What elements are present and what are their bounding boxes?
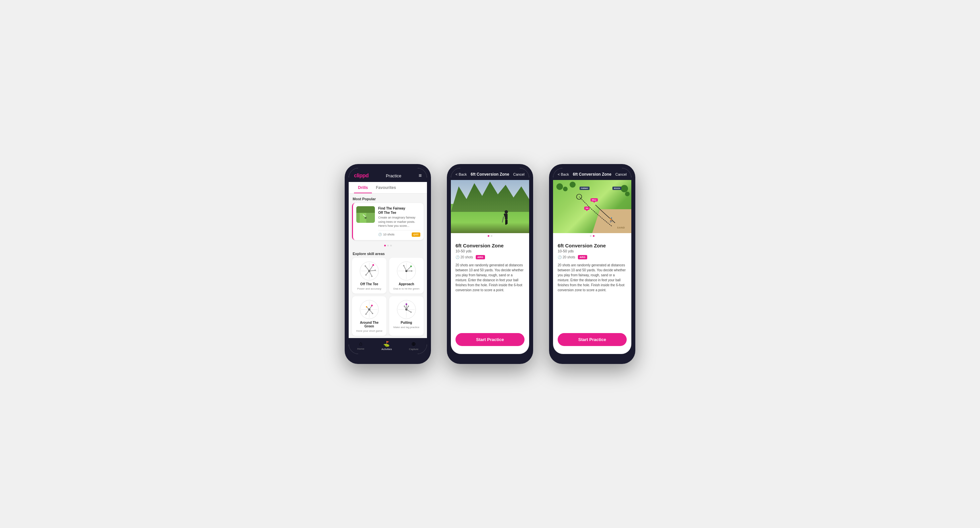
back-button-3[interactable]: < Back xyxy=(558,172,569,176)
svg-line-35 xyxy=(369,309,372,313)
drill-desc-3: 20 shots are randomly generated at dista… xyxy=(558,263,627,293)
golf-map: FAIRWAY ROUGH SAND Miss Hit xyxy=(553,180,631,233)
phone-3-header: < Back 6ft Conversion Zone Cancel xyxy=(553,168,631,180)
svg-line-13 xyxy=(369,271,372,276)
clock-icon: 🕐 xyxy=(378,233,382,236)
phone-3-screen: < Back 6ft Conversion Zone Cancel xyxy=(553,168,631,354)
cancel-button-3[interactable]: Cancel xyxy=(616,172,627,176)
tab-drills[interactable]: Drills xyxy=(354,182,372,193)
phone-2-screen: < Back 6ft Conversion Zone Cancel xyxy=(451,168,529,354)
atg-icon xyxy=(359,300,379,319)
skill-putting-desc: Make and lag practice xyxy=(393,326,419,329)
dot-3 xyxy=(390,245,392,246)
skill-card-atg[interactable]: Around The Green Hone your short game xyxy=(352,296,387,336)
drill-image-2 xyxy=(451,180,529,233)
phone-3: < Back 6ft Conversion Zone Cancel xyxy=(549,164,635,364)
svg-point-50 xyxy=(408,306,409,307)
back-button-2[interactable]: < Back xyxy=(455,172,467,176)
svg-point-17 xyxy=(365,274,367,276)
skill-putting-name: Putting xyxy=(401,321,412,324)
phone-2-scroll[interactable]: 6ft Conversion Zone 10-50 yds 🕐 20 shots… xyxy=(451,180,529,330)
skill-atg-name: Around The Green xyxy=(355,321,383,328)
svg-rect-1 xyxy=(356,206,375,213)
ott-icon xyxy=(359,261,379,281)
skill-ott-desc: Power and accuracy xyxy=(357,287,381,290)
home-bar-2 xyxy=(477,357,503,359)
header-title: Practice xyxy=(386,173,401,178)
svg-point-28 xyxy=(411,270,412,272)
nav-capture-label: Capture xyxy=(409,348,418,351)
phone-1-scroll[interactable]: Most Popular Find The Fairway xyxy=(349,194,427,338)
phone-2-content: 6ft Conversion Zone 10-50 yds 🕐 20 shots… xyxy=(451,239,529,297)
svg-point-49 xyxy=(406,303,407,305)
drill-title-2: 6ft Conversion Zone xyxy=(455,243,525,249)
tab-favourites[interactable]: Favourites xyxy=(372,182,400,193)
svg-line-9 xyxy=(369,265,373,271)
svg-line-36 xyxy=(366,309,369,314)
svg-line-48 xyxy=(406,309,411,312)
drill-thumb-svg xyxy=(356,206,375,223)
home-icon: ⌂ xyxy=(359,341,363,347)
phone-3-title: 6ft Conversion Zone xyxy=(573,172,611,177)
svg-line-23 xyxy=(406,266,411,271)
phone-3-scroll[interactable]: FAIRWAY ROUGH SAND Miss Hit xyxy=(553,180,631,330)
scene: clippd Practice ≡ Drills Favourites Most… xyxy=(325,144,655,384)
nav-activities-label: Activities xyxy=(382,348,392,351)
skill-card-ott[interactable]: Off The Tee Power and accuracy xyxy=(352,258,387,294)
svg-line-58 xyxy=(502,217,504,222)
svg-point-37 xyxy=(371,305,373,306)
nav-home[interactable]: ⌂ Home xyxy=(357,341,364,351)
svg-line-10 xyxy=(365,266,369,271)
phone-3-footer: Start Practice xyxy=(553,330,631,354)
drill-card-text: Find The Fairway Off The Tee Create an i… xyxy=(378,206,420,237)
drill-description: Create an imaginary fairway using trees … xyxy=(378,215,420,228)
dot-a xyxy=(488,235,489,237)
skill-card-approach[interactable]: Approach Dial-in to hit the green xyxy=(389,258,424,294)
golfer-svg xyxy=(502,210,511,228)
svg-point-53 xyxy=(504,210,508,214)
skill-card-putting[interactable]: Putting Make and lag practice xyxy=(389,296,424,336)
map-golfer: 🏌️ xyxy=(608,217,614,222)
svg-point-16 xyxy=(375,270,376,271)
dot-d xyxy=(593,235,595,237)
nav-capture[interactable]: ⊕ Capture xyxy=(409,341,418,351)
svg-point-27 xyxy=(403,265,404,266)
drill-card-footer: 🕐 10 shots OTT xyxy=(378,230,420,237)
home-bar xyxy=(375,357,401,359)
phone-2: < Back 6ft Conversion Zone Cancel xyxy=(447,164,533,364)
svg-point-15 xyxy=(364,265,366,266)
start-practice-button-2[interactable]: Start Practice xyxy=(455,333,525,346)
phone-2-header: < Back 6ft Conversion Zone Cancel xyxy=(451,168,529,180)
nav-activities[interactable]: ⛳ Activities xyxy=(382,341,392,351)
drill-title-3: 6ft Conversion Zone xyxy=(558,243,627,249)
dot-2 xyxy=(387,245,389,246)
drill-shots: 🕐 10 shots xyxy=(378,233,395,236)
phone-1-header: clippd Practice ≡ xyxy=(349,168,427,182)
svg-point-18 xyxy=(371,276,372,277)
tag-arg-2: ARG xyxy=(476,255,485,259)
explore-label: Explore skill areas xyxy=(349,249,427,258)
drill-image-3: FAIRWAY ROUGH SAND Miss Hit xyxy=(553,180,631,233)
skill-atg-desc: Hone your short game xyxy=(356,329,382,332)
dot-b xyxy=(491,235,492,237)
activities-icon: ⛳ xyxy=(383,341,390,347)
svg-line-11 xyxy=(369,270,375,271)
drill-thumbnail xyxy=(356,206,375,223)
drill-sub-3: 10-50 yds xyxy=(558,249,627,253)
clock-icon-3: 🕐 xyxy=(558,255,562,259)
svg-point-38 xyxy=(366,306,367,308)
phone-3-content: 6ft Conversion Zone 10-50 yds 🕐 20 shots… xyxy=(553,239,631,297)
home-bar-3 xyxy=(579,357,605,359)
menu-icon[interactable]: ≡ xyxy=(419,173,422,179)
phone-1-screen: clippd Practice ≡ Drills Favourites Most… xyxy=(349,168,427,354)
start-practice-button-3[interactable]: Start Practice xyxy=(558,333,627,346)
bottom-nav: ⌂ Home ⛳ Activities ⊕ Capture xyxy=(349,338,427,354)
golf-photo xyxy=(451,180,529,233)
tag-ott: OTT xyxy=(412,233,420,237)
nav-home-label: Home xyxy=(357,347,364,350)
capture-icon: ⊕ xyxy=(411,341,416,347)
svg-point-14 xyxy=(372,264,374,266)
cancel-button-2[interactable]: Cancel xyxy=(513,172,525,176)
svg-point-39 xyxy=(372,313,373,314)
drill-card-find-fairway[interactable]: Find The Fairway Off The Tee Create an i… xyxy=(352,203,424,240)
